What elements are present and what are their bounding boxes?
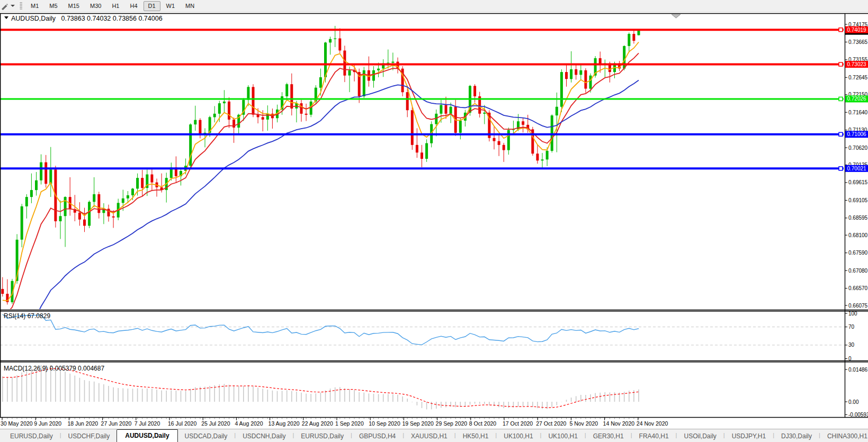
chart-tab-uk100-h1[interactable]: UK100,H1	[541, 431, 584, 442]
price-badge-0.70021: 0.70021	[845, 165, 868, 172]
svg-text:0: 0	[848, 356, 852, 362]
svg-text:16 Jul 2020: 16 Jul 2020	[168, 420, 196, 427]
svg-text:4 Aug 2020: 4 Aug 2020	[235, 420, 263, 427]
timeframe-button-w1[interactable]: W1	[162, 1, 180, 11]
toolbar-grip-handle[interactable]	[19, 2, 22, 10]
chart-background	[0, 12, 868, 429]
hline-anchor-0.73023[interactable]	[839, 62, 843, 66]
svg-text:0.014861: 0.014861	[848, 367, 868, 373]
svg-text:0.67590: 0.67590	[848, 250, 868, 256]
cursor-tool-button[interactable]	[0, 0, 17, 12]
svg-text:0.73665: 0.73665	[848, 39, 868, 45]
hline-anchor-0.70021[interactable]	[839, 167, 843, 170]
hline-anchor-0.71006[interactable]	[839, 132, 843, 136]
timeframe-button-h4[interactable]: H4	[125, 1, 142, 11]
svg-text:70: 70	[848, 324, 855, 330]
chart-tab-usoil-daily[interactable]: USOil,Daily	[677, 431, 723, 442]
svg-text:24 Nov 2020: 24 Nov 2020	[637, 420, 668, 427]
svg-text:0.00: 0.00	[848, 399, 859, 405]
svg-text:0.69615: 0.69615	[848, 179, 868, 185]
chart-tab-hk50-h1[interactable]: HK50,H1	[456, 431, 496, 442]
svg-text:100: 100	[848, 311, 857, 317]
svg-text:27 Oct 2020: 27 Oct 2020	[536, 420, 566, 427]
svg-text:30 May 2020: 30 May 2020	[1, 420, 33, 427]
mt4-window: M1M5M15M30H1H4D1W1MN 0.741750.736650.731…	[0, 0, 868, 442]
chart-tab-xauusd-h1[interactable]: XAUUSD,H1	[404, 431, 454, 442]
svg-text:0.71006: 0.71006	[847, 131, 866, 137]
chart-tab-usdcad-daily[interactable]: USDCAD,Daily	[178, 431, 235, 442]
rsi-label: RSI(14) 67.0829	[4, 312, 50, 320]
svg-text:0.68595: 0.68595	[848, 215, 868, 221]
svg-text:0.74019: 0.74019	[847, 27, 866, 33]
chart-tab-audusd-daily[interactable]: AUDUSD,Daily	[117, 429, 177, 442]
price-badge-0.74019: 0.74019	[845, 26, 868, 33]
chart-tab-usdchf-daily[interactable]: USDCHF,Daily	[61, 431, 117, 442]
svg-text:0.69105: 0.69105	[848, 197, 868, 203]
timeframe-button-m30[interactable]: M30	[85, 1, 106, 11]
svg-text:AUDUSD,Daily 0.73863 0.74032: AUDUSD,Daily 0.73863 0.74032 0.73856 0.7…	[11, 15, 163, 22]
chart-tab-uk100-h1[interactable]: UK100,H1	[497, 431, 540, 442]
svg-text:5 Nov 2020: 5 Nov 2020	[569, 420, 598, 427]
svg-text:0.73023: 0.73023	[847, 61, 866, 67]
svg-text:9 Jun 2020: 9 Jun 2020	[34, 420, 61, 427]
svg-text:0.70620: 0.70620	[848, 145, 868, 151]
chart-tab-gbpusd-h4[interactable]: GBPUSD,H4	[352, 431, 402, 442]
svg-text:8 Oct 2020: 8 Oct 2020	[469, 420, 497, 427]
svg-text:29 Sep 2020: 29 Sep 2020	[436, 420, 468, 427]
chart-canvas[interactable]: 0.741750.736650.731550.726450.721500.716…	[0, 12, 868, 429]
chart-tab-eurusd-daily[interactable]: EURUSD,Daily	[294, 431, 351, 442]
svg-text:0.72645: 0.72645	[848, 75, 868, 80]
timeframe-button-m1[interactable]: M1	[26, 1, 43, 11]
chart-tab-usdjpy-h1[interactable]: USDJPY,H1	[725, 431, 773, 442]
svg-text:27 Jun 2020: 27 Jun 2020	[101, 420, 132, 427]
svg-text:13 Aug 2020: 13 Aug 2020	[269, 420, 300, 427]
svg-text:0.72026: 0.72026	[847, 96, 866, 102]
svg-text:0.67080: 0.67080	[848, 268, 868, 274]
chart-tab-dj30-daily[interactable]: DJ30,Daily	[774, 431, 819, 442]
chart-tab-china300-h1[interactable]: CHINA300,H1	[820, 431, 868, 442]
timeframe-button-mn[interactable]: MN	[181, 1, 199, 11]
price-badge-0.73023: 0.73023	[845, 61, 868, 68]
price-badge-0.72026: 0.72026	[845, 95, 868, 102]
svg-text:17 Oct 2020: 17 Oct 2020	[503, 420, 533, 427]
svg-text:30: 30	[848, 342, 855, 348]
svg-text:0.71640: 0.71640	[848, 110, 868, 115]
macd-label: MACD(12,26,9) 0.005379 0.004687	[4, 365, 104, 372]
chart-tab-fra40-h1[interactable]: FRA40,H1	[632, 431, 676, 442]
hline-anchor-0.74019[interactable]	[839, 28, 843, 32]
svg-text:14 Nov 2020: 14 Nov 2020	[603, 420, 635, 427]
svg-text:1 Sep 2020: 1 Sep 2020	[335, 420, 364, 427]
svg-text:-0.005938: -0.005938	[848, 412, 868, 418]
svg-text:22 Aug 2020: 22 Aug 2020	[302, 420, 333, 427]
svg-text:0.66075: 0.66075	[848, 303, 868, 309]
timeframe-button-m15[interactable]: M15	[64, 1, 84, 11]
svg-text:19 Sep 2020: 19 Sep 2020	[402, 420, 434, 427]
timeframe-button-m5[interactable]: M5	[44, 1, 62, 11]
svg-text:0.70021: 0.70021	[847, 166, 866, 172]
chevron-down-icon	[11, 5, 15, 7]
timeframe-button-d1[interactable]: D1	[144, 1, 160, 11]
timeframe-toolbar: M1M5M15M30H1H4D1W1MN	[0, 0, 868, 12]
svg-text:7 Jul 2020: 7 Jul 2020	[135, 420, 160, 427]
chart-tab-eurusd-daily[interactable]: EURUSD,Daily	[3, 431, 60, 442]
timeframe-button-h1[interactable]: H1	[107, 1, 124, 11]
cursor-tool-icon	[1, 2, 8, 10]
chart-tab-usdcnh-daily[interactable]: USDCNH,Daily	[236, 431, 292, 442]
svg-text:0.66570: 0.66570	[848, 285, 868, 291]
chart-tab-ger30-h1[interactable]: GER30,H1	[586, 431, 631, 442]
price-badge-0.71006: 0.71006	[845, 131, 868, 138]
svg-text:25 Jul 2020: 25 Jul 2020	[201, 420, 230, 427]
svg-text:18 Jun 2020: 18 Jun 2020	[67, 420, 98, 427]
chart-tab-bar: EURUSD,Daily|USDCHF,DailyAUDUSD,DailyUSD…	[0, 429, 868, 442]
svg-text:10 Sep 2020: 10 Sep 2020	[369, 420, 400, 427]
svg-text:0.68100: 0.68100	[848, 232, 868, 238]
hline-anchor-0.72026[interactable]	[839, 97, 843, 101]
chart-title: AUDUSD,Daily 0.73863 0.74032 0.73856 0.7…	[4, 15, 163, 22]
timeframe-buttons: M1M5M15M30H1H4D1W1MN	[25, 1, 200, 11]
